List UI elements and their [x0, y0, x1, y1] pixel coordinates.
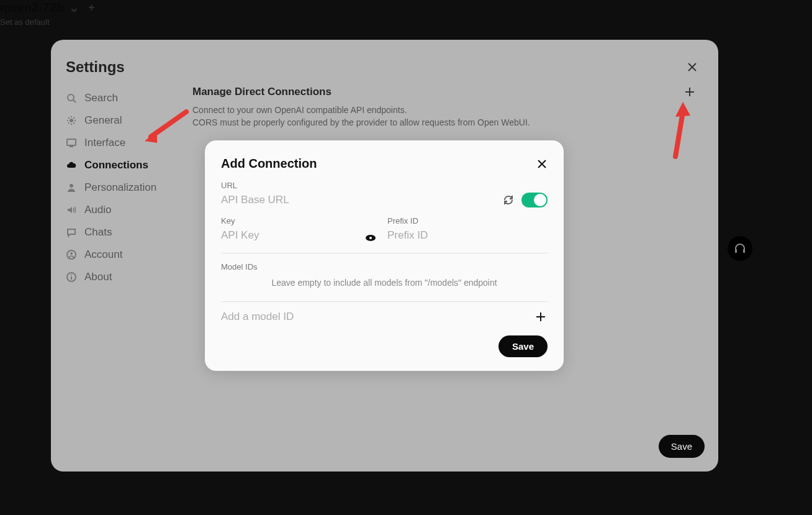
headphones-icon: [734, 242, 746, 255]
toggle-knob: [534, 194, 546, 206]
model-ids-label: Model IDs: [221, 262, 548, 271]
sidebar-item-connections[interactable]: Connections: [66, 154, 190, 176]
model-ids-hint: Leave empty to include all models from "…: [221, 274, 548, 299]
settings-sidebar: Search General Interface Connections Per…: [66, 84, 190, 452]
close-icon[interactable]: [536, 158, 548, 170]
svg-point-10: [71, 275, 72, 276]
url-label: URL: [221, 181, 548, 190]
svg-rect-18: [743, 249, 745, 253]
modal-save-button[interactable]: Save: [498, 335, 548, 357]
gear-icon: [66, 115, 77, 126]
settings-title: Settings: [66, 58, 125, 76]
svg-line-1: [73, 100, 76, 103]
svg-rect-3: [67, 139, 76, 145]
svg-point-14: [369, 237, 372, 239]
add-connection-modal: Add Connection URL Key Prefix ID Mode: [205, 140, 564, 371]
main-title: Manage Direct Connections: [192, 86, 332, 98]
sidebar-item-account[interactable]: Account: [66, 244, 190, 266]
divider: [221, 301, 548, 302]
main-description: Connect to your own OpenAI compatible AP…: [192, 104, 700, 129]
account-icon: [66, 249, 77, 260]
info-icon: [66, 271, 77, 283]
key-input[interactable]: [221, 228, 376, 243]
person-icon: [66, 182, 77, 193]
settings-save-button[interactable]: Save: [659, 435, 705, 458]
cloud-icon: [66, 160, 77, 171]
sidebar-item-interface[interactable]: Interface: [66, 132, 190, 154]
url-input[interactable]: [221, 193, 497, 207]
add-connection-button[interactable]: [680, 84, 700, 99]
prefix-label: Prefix ID: [387, 216, 548, 226]
sidebar-item-search[interactable]: Search: [66, 87, 190, 109]
key-label: Key: [221, 216, 376, 226]
sidebar-label: Personalization: [84, 181, 156, 194]
svg-rect-17: [735, 249, 737, 253]
sidebar-label: Chats: [84, 226, 112, 239]
speaker-icon: [66, 204, 77, 216]
voice-button[interactable]: [728, 236, 752, 261]
chat-icon: [66, 227, 77, 238]
add-model-button[interactable]: [534, 311, 548, 322]
monitor-icon: [66, 137, 77, 148]
sidebar-item-audio[interactable]: Audio: [66, 199, 190, 221]
enable-toggle[interactable]: [521, 193, 548, 207]
svg-point-0: [68, 94, 74, 101]
sidebar-item-personalization[interactable]: Personalization: [66, 176, 190, 199]
divider: [221, 253, 548, 253]
sidebar-label: About: [84, 271, 112, 283]
search-icon: [66, 93, 77, 104]
add-model-input[interactable]: [221, 311, 528, 323]
sidebar-label: Connections: [84, 159, 148, 171]
sidebar-item-about[interactable]: About: [66, 266, 190, 288]
svg-point-7: [70, 252, 73, 255]
prefix-input[interactable]: [387, 228, 548, 243]
sidebar-label: Audio: [84, 204, 111, 216]
sidebar-item-chats[interactable]: Chats: [66, 221, 190, 244]
refresh-icon[interactable]: [503, 194, 515, 206]
close-icon[interactable]: [685, 60, 700, 75]
sidebar-label: Interface: [84, 137, 125, 149]
sidebar-item-general[interactable]: General: [66, 109, 190, 132]
sidebar-label: General: [84, 114, 122, 127]
svg-point-5: [70, 184, 73, 188]
svg-point-2: [70, 119, 73, 122]
eye-icon[interactable]: [365, 232, 376, 244]
sidebar-label: Search: [84, 92, 118, 104]
sidebar-label: Account: [84, 248, 122, 261]
modal-title: Add Connection: [221, 157, 317, 171]
